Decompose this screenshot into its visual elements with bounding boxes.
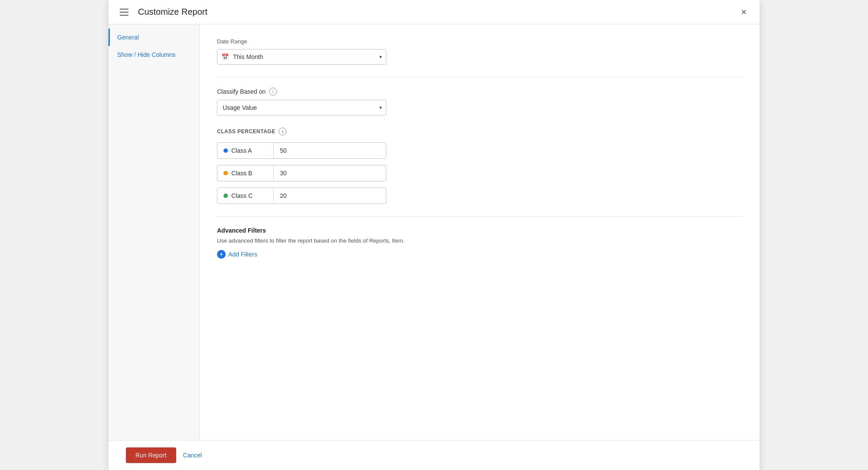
- modal-title: Customize Report: [138, 7, 737, 17]
- class-percentage-title: CLASS PERCENTAGE i: [217, 128, 742, 135]
- date-range-select[interactable]: This Month Last Month This Quarter This …: [217, 49, 386, 65]
- class-a-input[interactable]: [280, 147, 380, 154]
- class-b-label: Class B: [217, 165, 274, 181]
- class-c-value: [274, 188, 386, 204]
- classify-select[interactable]: Usage Value Quantity: [217, 100, 386, 115]
- sidebar: General Show / Hide Columns: [108, 24, 200, 440]
- class-b-input[interactable]: [280, 170, 380, 177]
- divider-2: [217, 216, 742, 217]
- class-b-dot: [224, 171, 228, 175]
- class-percentage-info-icon[interactable]: i: [279, 128, 286, 135]
- advanced-filters-title: Advanced Filters: [217, 227, 742, 234]
- advanced-filters-section: Advanced Filters Use advanced filters to…: [217, 227, 742, 259]
- class-c-dot: [224, 194, 228, 198]
- divider-1: [217, 77, 742, 77]
- add-filters-button[interactable]: + Add Filters: [217, 250, 257, 259]
- classify-info-icon[interactable]: i: [269, 88, 277, 95]
- customize-report-modal: Customize Report × General Show / Hide C…: [108, 0, 760, 470]
- class-a-label: Class A: [217, 143, 274, 158]
- content-area: Date Range 📅 This Month Last Month This …: [200, 24, 760, 440]
- advanced-filters-desc: Use advanced filters to filter the repor…: [217, 237, 742, 244]
- modal-footer: Run Report Cancel: [108, 440, 760, 470]
- class-percentage-section: CLASS PERCENTAGE i Class A: [217, 128, 742, 204]
- sidebar-item-show-hide[interactable]: Show / Hide Columns: [108, 46, 199, 63]
- cancel-button[interactable]: Cancel: [183, 452, 202, 459]
- class-a-row: Class A: [217, 142, 386, 159]
- date-range-dropdown-wrapper: 📅 This Month Last Month This Quarter Thi…: [217, 49, 386, 65]
- class-c-input[interactable]: [280, 192, 380, 199]
- date-range-section: Date Range 📅 This Month Last Month This …: [217, 38, 742, 65]
- run-report-button[interactable]: Run Report: [126, 447, 176, 463]
- class-c-row: Class C: [217, 187, 386, 204]
- class-a-dot: [224, 148, 228, 153]
- class-a-value: [274, 143, 386, 158]
- date-range-label: Date Range: [217, 38, 742, 45]
- classify-dropdown-wrapper: Usage Value Quantity ▾: [217, 100, 386, 115]
- classify-section: Classify Based on i Usage Value Quantity…: [217, 88, 742, 115]
- close-icon[interactable]: ×: [737, 5, 751, 19]
- add-filters-icon: +: [217, 250, 226, 259]
- sidebar-item-general[interactable]: General: [108, 29, 199, 46]
- class-c-label: Class C: [217, 188, 274, 204]
- modal-header: Customize Report ×: [108, 0, 760, 24]
- modal-body: General Show / Hide Columns Date Range 📅…: [108, 24, 760, 440]
- classify-label: Classify Based on i: [217, 88, 742, 95]
- class-b-row: Class B: [217, 165, 386, 181]
- class-b-value: [274, 165, 386, 181]
- hamburger-icon[interactable]: [117, 5, 131, 19]
